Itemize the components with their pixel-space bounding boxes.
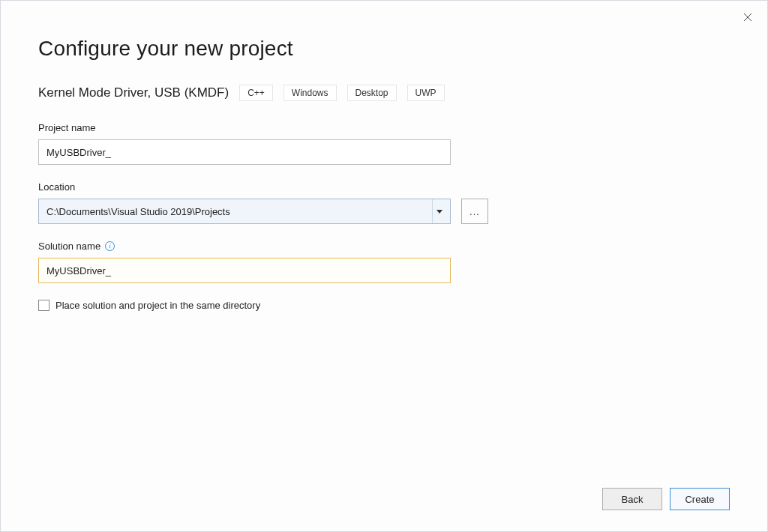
info-icon[interactable]: i [105, 241, 115, 251]
location-row: C:\Documents\Visual Studio 2019\Projects… [38, 199, 730, 224]
same-directory-checkbox[interactable] [38, 300, 50, 311]
create-button[interactable]: Create [670, 488, 730, 510]
svg-marker-2 [436, 210, 442, 214]
location-label: Location [38, 181, 730, 193]
template-tag: Desktop [347, 85, 397, 101]
solution-name-label-text: Solution name [38, 241, 100, 252]
footer: Back Create [602, 488, 730, 510]
browse-button[interactable]: ... [461, 199, 488, 224]
solution-name-input[interactable] [38, 258, 451, 283]
solution-name-label: Solution name i [38, 241, 730, 252]
same-directory-label: Place solution and project in the same d… [56, 300, 260, 311]
template-tag: C++ [239, 85, 273, 101]
template-tag: UWP [407, 85, 445, 101]
same-directory-row: Place solution and project in the same d… [38, 300, 730, 311]
location-combo[interactable]: C:\Documents\Visual Studio 2019\Projects [38, 199, 451, 224]
template-tag: Windows [284, 85, 337, 101]
dialog-content: Configure your new project Kernel Mode D… [1, 1, 767, 311]
project-name-input[interactable] [38, 139, 451, 165]
close-icon [743, 13, 752, 22]
close-button[interactable] [739, 8, 757, 26]
solution-name-group: Solution name i [38, 241, 730, 283]
back-button[interactable]: Back [602, 488, 662, 510]
project-name-group: Project name [38, 122, 730, 165]
chevron-down-icon [432, 199, 446, 223]
template-name: Kernel Mode Driver, USB (KMDF) [38, 85, 229, 100]
page-title: Configure your new project [38, 37, 730, 61]
project-name-label: Project name [38, 122, 730, 133]
location-group: Location C:\Documents\Visual Studio 2019… [38, 181, 730, 224]
location-value: C:\Documents\Visual Studio 2019\Projects [46, 206, 432, 217]
template-row: Kernel Mode Driver, USB (KMDF) C++ Windo… [38, 85, 730, 101]
